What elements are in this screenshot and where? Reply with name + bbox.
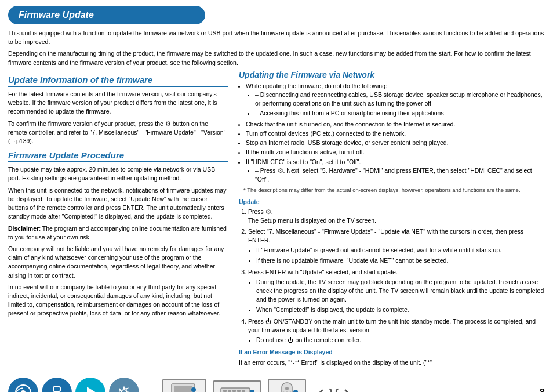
footnote: * The descriptions may differ from the a…	[243, 186, 545, 194]
center-icon-group	[162, 379, 306, 392]
update-step-4: Press ⏻ ON/STANDBY on the main unit to t…	[248, 317, 545, 345]
svg-rect-21	[242, 390, 245, 392]
disclaimer-label: Disclaimer	[8, 225, 39, 232]
disclaimer-para-2: Our company will not be liable and you w…	[8, 245, 228, 280]
update-step-3: Press ENTER with "Update" selected, and …	[248, 268, 545, 315]
svg-point-22	[250, 390, 254, 392]
update-steps-list: Press ⚙. The Setup menu is displayed on …	[248, 208, 545, 344]
svg-point-29	[293, 390, 298, 392]
while-updating-list: While updating the firmware, do not do t…	[246, 82, 545, 184]
procedure-para-1: The update may take approx. 20 minutes t…	[8, 165, 228, 183]
update-info-section: Update Information of the firmware For t…	[8, 75, 228, 146]
left-icon-group	[8, 378, 139, 392]
intro-para-1: This unit is equipped with a function to…	[8, 29, 545, 46]
tv-icon	[162, 379, 206, 392]
svg-rect-19	[232, 390, 236, 392]
while-updating-sub-list: Disconnecting and reconnecting cables, U…	[255, 90, 545, 118]
remote-icon	[268, 379, 306, 392]
error-label: If an Error Message is Displayed	[239, 348, 545, 357]
disclaimer-para-3: In no event will our company be liable t…	[8, 283, 228, 318]
step3-bullet-1: During the update, the TV screen may go …	[256, 278, 545, 304]
while-updating-item-1: Disconnecting and reconnecting cables, U…	[255, 90, 545, 108]
check-item-2: Turn off control devices (PC etc.) conne…	[246, 129, 545, 138]
back-arrow[interactable]: ↩	[318, 382, 333, 392]
page-container: Firmware Update This unit is equipped wi…	[8, 6, 545, 392]
page-number: 8	[528, 387, 545, 392]
step2-bullets: If "Firmware Update" is grayed out and c…	[256, 246, 545, 265]
svg-point-24	[285, 387, 289, 390]
settings-icon[interactable]	[109, 378, 139, 392]
update-info-heading: Update Information of the firmware	[8, 75, 228, 87]
check-item-5: If "HDMI CEC" is set to "On", set it to …	[246, 158, 545, 184]
hdmi-detail: Press ⚙. Next, select "5. Hardware" - "H…	[255, 166, 545, 184]
svg-point-9	[121, 390, 127, 392]
step3-bullets: During the update, the TV screen may go …	[256, 278, 545, 315]
disclaimer-text: : The program and accompanying online do…	[8, 225, 227, 241]
check-item-4: If the multi-zone function is active, tu…	[246, 148, 545, 157]
usb-icon[interactable]	[42, 378, 72, 392]
play-icon[interactable]	[75, 378, 105, 392]
svg-marker-8	[87, 387, 96, 392]
update-step-2: Select "7. Miscellaneous" - "Firmware Up…	[248, 227, 545, 266]
bottom-bar: ↩ ↪ 8	[8, 375, 545, 392]
update-label: Update	[239, 198, 545, 206]
step2-bullet-2: If there is no updatable firmware, "Upda…	[256, 256, 545, 265]
update-info-para-2: To confirm the firmware version of your …	[8, 119, 228, 146]
svg-rect-18	[228, 390, 231, 392]
left-column: Update Information of the firmware For t…	[8, 70, 228, 370]
step2-bullet-1: If "Firmware Update" is grayed out and c…	[256, 246, 545, 255]
step4-bullet-1: Do not use ⏻ on the remote controller.	[256, 336, 545, 344]
disc-icon[interactable]	[8, 378, 38, 392]
hdmi-sub-list: Press ⚙. Next, select "5. Hardware" - "H…	[255, 166, 545, 184]
receiver-icon	[213, 380, 261, 392]
update-step-1: Press ⚙. The Setup menu is displayed on …	[248, 208, 545, 225]
network-heading: Updating the Firmware via Network	[239, 70, 545, 79]
step3-bullet-2: When "Completed!" is displayed, the upda…	[256, 306, 545, 314]
page-title: Firmware Update	[19, 10, 195, 20]
check-item-3: Stop an Internet radio, USB storage devi…	[246, 139, 545, 147]
svg-rect-20	[237, 390, 241, 392]
procedure-para-2: When this unit is connected to the netwo…	[8, 186, 228, 222]
while-updating-intro: While updating the firmware, do not do t…	[246, 82, 545, 118]
procedure-heading: Firmware Update Procedure	[8, 150, 228, 162]
forward-arrow[interactable]: ↪	[334, 382, 350, 392]
intro-para-2: Depending on the manufacturing timing of…	[8, 49, 545, 67]
check-item-1: Check that the unit is turned on, and th…	[246, 120, 545, 129]
two-col-layout: Update Information of the firmware For t…	[8, 70, 545, 370]
svg-point-15	[191, 387, 196, 392]
right-column: Updating the Firmware via Network While …	[239, 70, 545, 370]
svg-rect-11	[174, 386, 192, 392]
step4-bullets: Do not use ⏻ on the remote controller.	[256, 336, 545, 344]
svg-rect-2	[53, 387, 60, 391]
procedure-section: Firmware Update Procedure The update may…	[8, 150, 228, 318]
header-banner: Firmware Update	[8, 6, 205, 24]
svg-rect-17	[223, 390, 227, 392]
intro-section: This unit is equipped with a function to…	[8, 29, 545, 70]
while-updating-item-2: Accessing this unit from a PC or smartph…	[255, 109, 545, 118]
nav-arrows: ↩ ↪	[318, 382, 350, 392]
disclaimer-para: Disclaimer: The program and accompanying…	[8, 224, 228, 242]
update-info-para-1: For the latest firmware contents and the…	[8, 90, 228, 117]
error-text: If an error occurs, "*-** Error!" is dis…	[239, 358, 545, 367]
